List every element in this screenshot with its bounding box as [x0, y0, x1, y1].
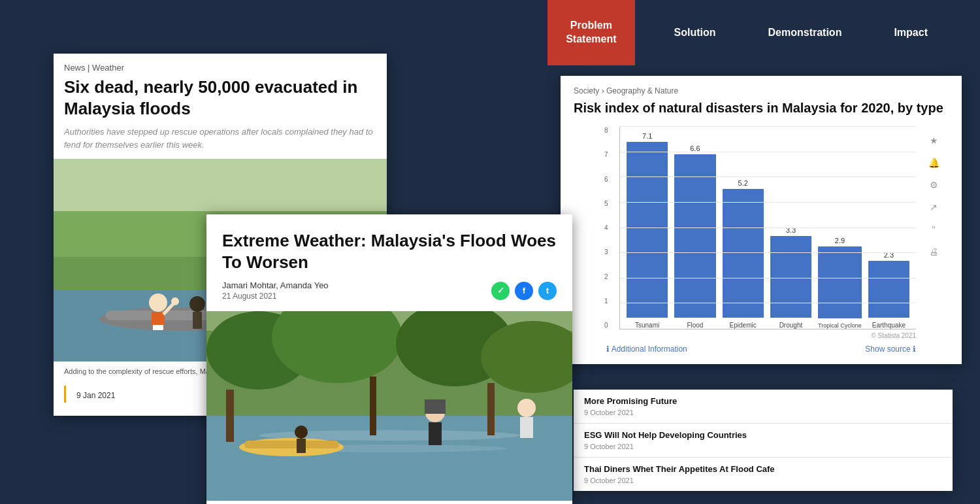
svg-point-12 — [189, 296, 205, 312]
svg-point-7 — [149, 294, 167, 312]
twitter-icon[interactable]: t — [538, 282, 557, 300]
svg-rect-29 — [429, 422, 442, 445]
card1-title: Six dead, nearly 50,000 evacuated in Mal… — [54, 76, 387, 126]
chart-copyright: © Statista 2021 — [606, 332, 916, 339]
list-item-2-title: ESG Will Not Help Developing Countries — [584, 430, 942, 441]
bar-drought: 3.3 Drought — [770, 226, 811, 329]
card2-image — [206, 311, 572, 501]
svg-rect-13 — [193, 312, 202, 329]
card1-subtitle: Authorities have stepped up rescue opera… — [54, 126, 387, 159]
list-item-3: Thai Diners Whet Their Appetites At Floo… — [574, 458, 953, 491]
card2-date: 21 August 2021 — [222, 292, 329, 301]
svg-rect-35 — [487, 383, 495, 435]
list-item-2-date: 9 October 2021 — [584, 443, 942, 450]
list-item-1-date: 9 October 2021 — [584, 409, 942, 416]
bell-icon[interactable]: 🔔 — [926, 156, 941, 170]
svg-point-26 — [295, 426, 308, 439]
svg-rect-21 — [206, 416, 572, 501]
chart-breadcrumb: Society › Geography & Nature — [574, 86, 949, 95]
star-icon[interactable]: ★ — [926, 133, 941, 148]
settings-icon[interactable]: ⚙ — [926, 178, 941, 192]
print-icon[interactable]: 🖨 — [926, 244, 941, 259]
bar-tsunami: 7.1 Tsunami — [627, 132, 668, 329]
chart-footer: ℹ Additional Information Show source ℹ — [606, 344, 916, 354]
svg-rect-32 — [520, 417, 533, 438]
social-icons: ✓ f t — [491, 282, 557, 300]
news-list-card: More Promising Future 9 October 2021 ESG… — [574, 390, 953, 491]
nav-impact[interactable]: Impact — [894, 27, 928, 39]
list-item-1-title: More Promising Future — [584, 396, 942, 407]
list-item-3-title: Thai Diners Whet Their Appetites At Floo… — [584, 464, 942, 475]
card2-caption: Residents walk along a road submerged by… — [206, 501, 572, 504]
svg-rect-30 — [425, 399, 446, 414]
quote-icon[interactable]: " — [926, 222, 941, 237]
card2-illustration — [206, 311, 572, 501]
bars-container: 7.1 Tsunami 6.6 Flood 5.2 Epidemic — [620, 127, 916, 329]
chart-area: 0 1 2 3 4 5 6 7 8 — [619, 127, 916, 329]
card2-author-name: Jamari Mohtar, Amanda Yeo — [222, 280, 329, 290]
news-card-2: Extreme Weather: Malaysia's Flood Woes T… — [206, 214, 572, 504]
svg-rect-27 — [297, 439, 306, 453]
list-item-3-date: 9 October 2021 — [584, 477, 942, 484]
bar-flood: 6.6 Flood — [674, 144, 715, 329]
whatsapp-icon[interactable]: ✓ — [491, 282, 510, 300]
list-item-1: More Promising Future 9 October 2021 — [574, 390, 953, 424]
card2-header: Extreme Weather: Malaysia's Flood Woes T… — [206, 214, 572, 311]
show-source[interactable]: Show source ℹ — [865, 344, 916, 354]
nav-problem-statement[interactable]: Problem Statement — [547, 0, 634, 65]
chart-sidebar-icons: ★ 🔔 ⚙ ↗ " 🖨 — [926, 133, 941, 259]
bar-epidemic: 5.2 Epidemic — [723, 179, 764, 329]
svg-point-11 — [171, 297, 179, 305]
y-ticks: 0 1 2 3 4 5 6 7 8 — [604, 127, 608, 329]
navbar: Problem Statement Solution Demonstration… — [0, 0, 980, 65]
svg-rect-25 — [244, 441, 339, 448]
card2-title: Extreme Weather: Malaysia's Flood Woes T… — [222, 230, 557, 273]
svg-point-31 — [517, 399, 536, 417]
chart-title: Risk index of natural disasters in Malay… — [574, 99, 949, 116]
chart-wrapper: Risk index score 0 1 2 3 4 5 6 7 8 — [606, 127, 916, 354]
additional-info[interactable]: ℹ Additional Information — [606, 344, 687, 354]
facebook-icon[interactable]: f — [515, 282, 533, 300]
chart-card: Society › Geography & Nature Risk index … — [561, 76, 962, 364]
nav-demonstration[interactable]: Demonstration — [768, 27, 842, 39]
card2-author-row: Jamari Mohtar, Amanda Yeo 21 August 2021… — [222, 280, 557, 301]
bar-tropical-cyclone: 2.9 Tropical Cyclone — [818, 237, 862, 329]
share-icon[interactable]: ↗ — [926, 200, 941, 214]
svg-rect-34 — [370, 377, 376, 435]
list-item-2: ESG Will Not Help Developing Countries 9… — [574, 424, 953, 458]
svg-rect-33 — [226, 390, 234, 442]
nav-solution[interactable]: Solution — [674, 27, 716, 39]
bar-earthquake: 2.3 Earthquake — [868, 251, 909, 329]
